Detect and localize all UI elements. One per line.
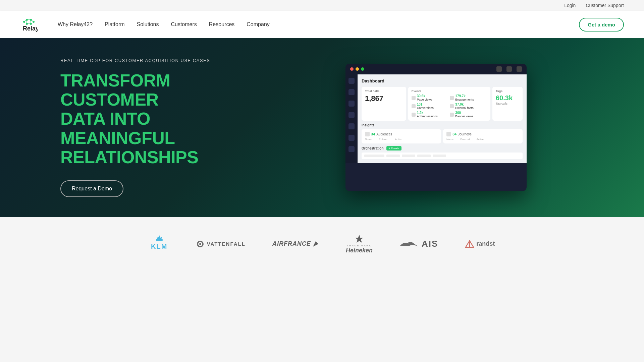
journeys-name-col: Name	[446, 138, 453, 141]
insights-heading: Insights	[362, 123, 523, 127]
hero-title-line1: TRANSFORM CUSTOMER	[60, 71, 170, 109]
conversions-icon	[412, 104, 416, 108]
audiences-card: 34 Audiences Name Entered Active	[362, 129, 441, 143]
orch-filter-4[interactable]	[433, 155, 446, 157]
insights-row: 34 Audiences Name Entered Active	[362, 129, 523, 143]
sidebar-icon-7	[348, 146, 355, 152]
banner-views-icon	[450, 113, 454, 117]
svg-line-10	[24, 20, 27, 22]
audiences-count: 34	[371, 132, 375, 136]
mockup-sidebar	[345, 74, 358, 163]
conversions-stat: 101 Conversions	[412, 103, 449, 110]
hero-cta-button[interactable]: Request a Demo	[60, 180, 123, 197]
svg-line-11	[31, 20, 34, 22]
audiences-header: 34 Audiences	[365, 132, 438, 136]
audiences-entered-col: Entered	[379, 138, 388, 141]
ad-impressions-stat: 1.2k Ad Impressions	[412, 111, 449, 118]
ad-impressions-icon	[412, 113, 416, 117]
randstad-logo: randst	[465, 240, 495, 248]
journeys-count: 34	[452, 132, 457, 136]
hero-content: REAL-TIME CDP FOR CUSTOMER ACQUISITION U…	[60, 58, 248, 197]
sidebar-icon-3	[348, 101, 355, 107]
svg-rect-14	[156, 239, 163, 241]
airfrance-text: AIRFRANCE	[272, 240, 311, 247]
ais-logo: AIS	[399, 239, 438, 249]
conversions-value: 101	[417, 103, 434, 106]
nav-why-relay42[interactable]: Why Relay42?	[58, 21, 93, 27]
sidebar-icon-5	[348, 123, 355, 129]
journeys-header: 34 Journeys	[446, 132, 519, 136]
top-bar: Login Customer Support	[0, 0, 644, 11]
svg-text:KLM: KLM	[151, 243, 167, 250]
logo[interactable]: Relay42	[20, 16, 38, 33]
audiences-label: Audiences	[376, 132, 392, 136]
events-card: Events 30.6k Page views	[408, 87, 490, 121]
svg-text:Relay42: Relay42	[23, 25, 38, 32]
external-facts-label: External facts	[455, 106, 474, 110]
journeys-entered-col: Entered	[460, 138, 470, 141]
nav-platform[interactable]: Platform	[105, 21, 125, 27]
mockup-main-content: Dashboard Total calls 1,867 Events	[358, 74, 527, 163]
maximize-window-dot	[361, 67, 364, 71]
vattenfall-icon	[196, 240, 204, 248]
create-button[interactable]: + Create	[386, 146, 402, 150]
dashboard-mockup: Dashboard Total calls 1,867 Events	[345, 64, 527, 191]
svg-point-18	[199, 243, 201, 245]
external-facts-icon	[450, 104, 454, 108]
sidebar-icon-6	[348, 135, 355, 141]
nav-company[interactable]: Company	[247, 21, 269, 27]
randstad-icon	[465, 240, 475, 248]
header: Relay42 Why Relay42? Platform Solutions …	[0, 11, 644, 38]
randstad-text: randst	[476, 240, 495, 247]
total-calls-label: Total calls	[365, 89, 403, 93]
orch-filter-3[interactable]	[417, 155, 431, 157]
tags-card: Tags 60.3k Tag calls	[492, 87, 523, 121]
audiences-icon	[365, 132, 370, 136]
engagements-value: 179.7k	[455, 94, 474, 98]
nav-customers[interactable]: Customers	[171, 21, 197, 27]
login-link[interactable]: Login	[564, 3, 576, 8]
total-calls-value: 1,867	[365, 94, 403, 103]
ad-impressions-label: Ad Impressions	[417, 115, 438, 118]
window-controls	[350, 67, 364, 71]
heineken-star-svg	[354, 234, 364, 244]
heineken-trademark: TRADE MARK	[347, 244, 372, 247]
engagements-stat: 179.7k Engagements	[450, 94, 487, 101]
audiences-cols: Name Entered Active	[365, 138, 438, 141]
journeys-card: 34 Journeys Name Entered Active	[443, 129, 523, 143]
hero-section: REAL-TIME CDP FOR CUSTOMER ACQUISITION U…	[0, 38, 644, 217]
page-views-stat: 30.6k Page views	[412, 94, 449, 101]
dashboard-heading: Dashboard	[362, 78, 523, 83]
orch-filter-2[interactable]	[402, 155, 415, 157]
nav-resources[interactable]: Resources	[209, 21, 234, 27]
banner-views-value: 300	[455, 111, 473, 115]
conversions-label: Conversions	[417, 106, 434, 110]
close-window-dot	[350, 67, 354, 71]
nav-solutions[interactable]: Solutions	[137, 21, 159, 27]
klm-logo: KLM	[149, 235, 169, 253]
audiences-active-col: Active	[395, 138, 402, 141]
dashboard-preview: Dashboard Total calls 1,867 Events	[248, 64, 624, 191]
journeys-active-col: Active	[476, 138, 484, 141]
audiences-name-col: Name	[365, 138, 372, 141]
journeys-cols: Name Entered Active	[446, 138, 519, 141]
orchestration-label: Orchestration	[362, 146, 384, 150]
customer-support-link[interactable]: Customer Support	[586, 3, 624, 8]
orch-filter-1[interactable]	[386, 155, 400, 157]
stats-row: Total calls 1,867 Events 30.6k	[362, 87, 523, 121]
orch-search-input[interactable]	[364, 155, 384, 157]
vattenfall-logo: VATTENFALL	[196, 240, 246, 248]
events-label: Events	[412, 89, 487, 93]
total-calls-card: Total calls 1,867	[362, 87, 406, 121]
heineken-text: Heineken	[346, 247, 373, 254]
bell-icon	[496, 66, 502, 72]
orchestration-search-bar	[362, 153, 523, 159]
svg-marker-19	[355, 235, 363, 243]
minimize-window-dot	[356, 67, 359, 71]
journeys-icon	[446, 132, 451, 136]
orchestration-row: Orchestration + Create	[362, 146, 523, 150]
get-demo-button[interactable]: Get a demo	[579, 18, 624, 32]
events-grid: 30.6k Page views 179.7k Engagements	[412, 94, 487, 118]
tag-calls-label: Tag calls	[496, 102, 519, 105]
hero-subtitle: REAL-TIME CDP FOR CUSTOMER ACQUISITION U…	[60, 58, 248, 63]
